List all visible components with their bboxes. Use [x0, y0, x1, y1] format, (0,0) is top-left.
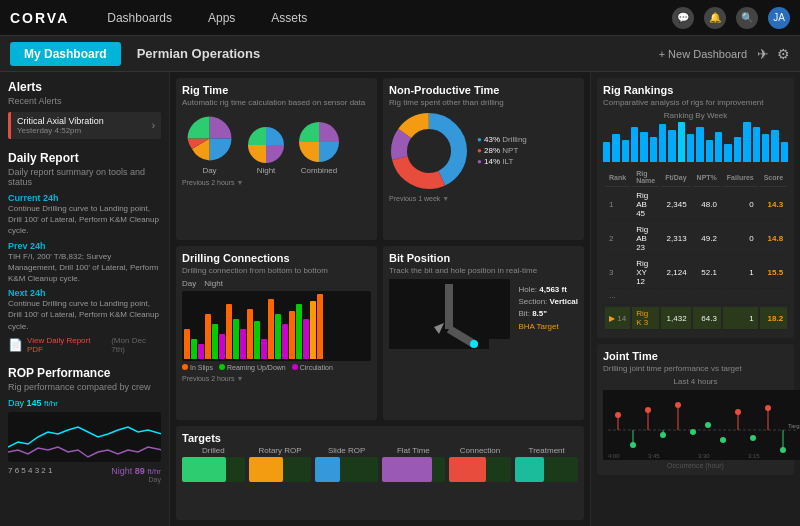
daily-report-widget: Daily Report Daily report summary on too… [8, 151, 161, 354]
npt-drilling-label: ● 43% Drilling [477, 135, 527, 144]
next-label: Next 24h [8, 288, 161, 298]
svg-point-22 [720, 437, 726, 443]
notifications-icon[interactable]: 🔔 [704, 7, 726, 29]
new-dashboard-button[interactable]: + New Dashboard [659, 48, 747, 60]
chat-icon[interactable]: 💬 [672, 7, 694, 29]
current-text: Continue Drilling curve to Landing point… [8, 203, 161, 237]
joint-chart-label: Last 4 hours [603, 377, 788, 386]
nav-assets[interactable]: Assets [263, 7, 315, 29]
alert-text: Critical Axial Vibration [17, 116, 104, 126]
joint-time-subtitle: Drilling joint time performance vs targe… [603, 364, 788, 373]
drilling-connections-subtitle: Drilling connection from bottom to botto… [182, 266, 371, 275]
right-panel: Rig Rankings Comparative analysis of rig… [590, 72, 800, 526]
drilling-connections-title: Drilling Connections [182, 252, 371, 264]
svg-point-24 [750, 435, 756, 441]
my-dashboard-button[interactable]: My Dashboard [10, 42, 121, 66]
next-text: Continue Drilling curve to Landing point… [8, 298, 161, 332]
bit-position-chart [389, 279, 510, 339]
daily-report-subtitle: Daily report summary on tools and status [8, 167, 161, 187]
rig-time-title: Rig Time [182, 84, 371, 96]
bit-size: Bit: 8.5" [518, 309, 578, 318]
nav-dashboards[interactable]: Dashboards [99, 7, 180, 29]
rank-row-2: 2Rig AB 232,31349.2014.8 [605, 223, 787, 255]
target-flat-time: Flat Time [382, 446, 445, 482]
joint-time-title: Joint Time [603, 350, 788, 362]
night-pie-label: Night [245, 166, 287, 175]
drilling-connections-widget: Drilling Connections Drilling connection… [176, 246, 377, 420]
alert-item[interactable]: Critical Axial Vibration Yesterday 4:52p… [8, 112, 161, 139]
rankings-bar-chart [603, 122, 788, 162]
alerts-widget: Alerts Recent Alerts Critical Axial Vibr… [8, 80, 161, 139]
rank-row-1: 1Rig AB 452,34548.0014.3 [605, 189, 787, 221]
npt-npt-label: ● 28% NPT [477, 146, 527, 155]
npt-header: NPT% [693, 168, 721, 187]
settings-icon[interactable]: ⚙ [777, 46, 790, 62]
day-label: Day [182, 279, 196, 288]
daily-report-title: Daily Report [8, 151, 161, 165]
rank-row-ellipsis: ··· [605, 291, 787, 305]
rig-rankings-title: Rig Rankings [603, 84, 788, 96]
svg-text:3:15: 3:15 [748, 453, 760, 459]
prev-text: TIH F/I, 200' T/B,832; Survey Management… [8, 251, 161, 285]
target-treatment: Treatment [515, 446, 578, 482]
page-title: Permian Operations [137, 46, 659, 61]
score-header: Score [760, 168, 787, 187]
alert-time: Yesterday 4:52pm [17, 126, 104, 135]
rankings-table: Rank Rig Name Ft/Day NPT% Failures Score… [603, 166, 789, 332]
rop-chart [8, 412, 161, 462]
rop-day-label: Day 145 ft/hr [8, 398, 58, 408]
view-pdf-button[interactable]: 📄 View Daily Report PDF (Mon Dec 7th) [8, 336, 161, 354]
ft-day-header: Ft/Day [661, 168, 690, 187]
rank-row-3: 3Rig XY 122,12452.1115.5 [605, 257, 787, 289]
alert-arrow-icon: › [152, 120, 155, 131]
rig-rankings-widget: Rig Rankings Comparative analysis of rig… [597, 78, 794, 338]
rig-time-subtitle: Automatic rig time calculation based on … [182, 98, 371, 107]
bit-position-widget: Bit Position Track the bit and hole posi… [383, 246, 584, 420]
alerts-subtitle: Recent Alerts [8, 96, 161, 106]
svg-rect-13 [603, 390, 800, 460]
send-icon[interactable]: ✈ [757, 46, 769, 62]
npt-prev[interactable]: Previous 1 week ▼ [389, 195, 578, 202]
rop-day-label-bottom: Day [8, 476, 161, 483]
svg-rect-8 [389, 279, 489, 349]
rank-row-14: ▶ 14 Rig K 3 1,43264.3118.2 [605, 307, 787, 330]
npt-donut-chart [389, 111, 469, 191]
ranking-chart-label: Ranking By Week [603, 111, 788, 120]
rig-name-header: Rig Name [632, 168, 659, 187]
svg-text:3:45: 3:45 [648, 453, 660, 459]
targets-widget: Targets Drilled Rotary ROP Slide ROP [176, 426, 584, 520]
target-drilled: Drilled [182, 446, 245, 482]
svg-text:Target: Target [788, 423, 800, 429]
bha-target: BHA Target [518, 322, 578, 331]
failures-header: Failures [723, 168, 758, 187]
joint-x-axis-label: Occurrence (hour) [603, 462, 788, 469]
npt-subtitle: Rig time spent other than drilling [389, 98, 578, 107]
user-avatar[interactable]: JA [768, 7, 790, 29]
main-content: Rig Time Automatic rig time calculation … [170, 72, 590, 526]
target-rotary-rop: Rotary ROP [249, 446, 312, 482]
hole-depth: Hole: 4,563 ft [518, 285, 578, 294]
bit-position-subtitle: Track the bit and hole position in real-… [389, 266, 578, 275]
rop-title: ROP Performance [8, 366, 161, 380]
night-label: Night [204, 279, 223, 288]
section-type: Section: Vertical [518, 297, 578, 306]
rop-widget: ROP Performance Rig performance compared… [8, 366, 161, 483]
joint-time-widget: Joint Time Drilling joint time performan… [597, 344, 794, 475]
npt-widget: Non-Productive Time Rig time spent other… [383, 78, 584, 240]
prev-label: Prev 24h [8, 241, 161, 251]
svg-text:3:30: 3:30 [698, 453, 710, 459]
day-pie-label: Day [182, 166, 237, 175]
rop-subtitle: Rig performance compared by crew [8, 382, 161, 392]
rop-day-axis: 7 6 5 4 3 2 1 [8, 466, 52, 476]
nav-apps[interactable]: Apps [200, 7, 243, 29]
npt-ilt-label: ● 14% ILT [477, 157, 527, 166]
rig-time-prev[interactable]: Previous 2 hours ▼ [182, 179, 371, 186]
npt-title: Non-Productive Time [389, 84, 578, 96]
search-icon[interactable]: 🔍 [736, 7, 758, 29]
rig-time-widget: Rig Time Automatic rig time calculation … [176, 78, 377, 240]
chart-legend: In Slips Reaming Up/Down Circulation [182, 364, 371, 371]
rig-rankings-subtitle: Comparative analysis of rigs for improve… [603, 98, 788, 107]
logo: CORVA [10, 10, 69, 26]
drilling-prev[interactable]: Previous 2 hours ▼ [182, 375, 371, 382]
targets-title: Targets [182, 432, 578, 444]
